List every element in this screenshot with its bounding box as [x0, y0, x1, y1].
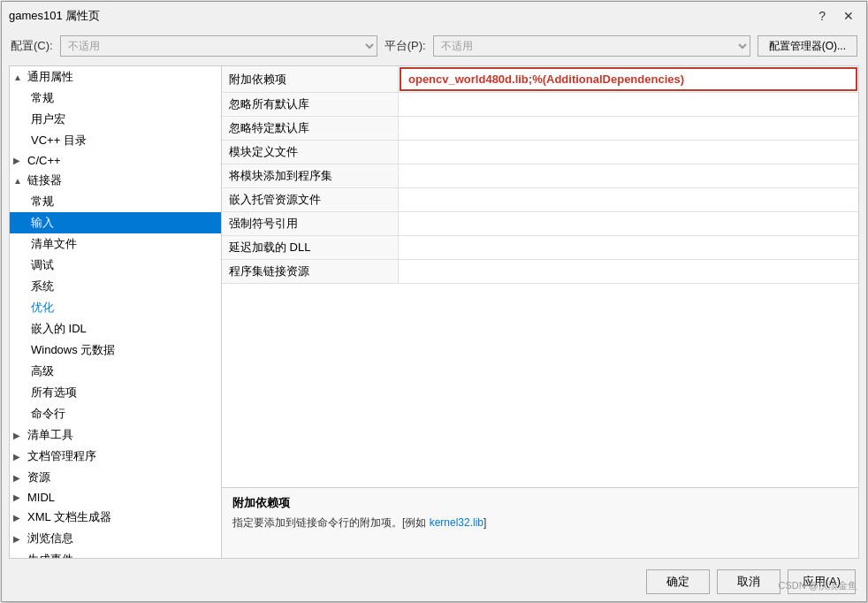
cancel-button[interactable]: 取消 — [717, 569, 780, 594]
config-label: 配置(C): — [11, 38, 53, 54]
expand-icon: ▶ — [13, 431, 24, 440]
right-panel: 附加依赖项 opencv_world480d.lib;%(AdditionalD… — [222, 66, 858, 558]
tree-item-label: C/C++ — [27, 154, 61, 167]
tree-item-label: 常规 — [31, 194, 54, 210]
tree-item-label: 资源 — [27, 469, 50, 485]
prop-row-force-symbol-ref: 强制符号引用 — [222, 212, 858, 236]
ok-button[interactable]: 确定 — [646, 569, 710, 594]
main-content: ▲ 通用属性 常规 用户宏 VC++ 目录 ▶ C/C++ ▲ — [9, 65, 859, 559]
expand-icon: ▶ — [13, 452, 24, 462]
platform-select[interactable]: 不适用 — [433, 35, 750, 57]
expand-icon: ▶ — [13, 156, 24, 165]
tree-item-label: 输入 — [31, 215, 54, 231]
prop-name-embed-managed-resource: 嵌入托管资源文件 — [222, 188, 399, 211]
prop-row-ignore-specific-libs: 忽略特定默认库 — [222, 117, 858, 141]
tree-item-label: 命令行 — [31, 406, 65, 422]
prop-row-additional-deps: 附加依赖项 opencv_world480d.lib;%(AdditionalD… — [222, 66, 858, 93]
close-button[interactable]: ✕ — [838, 7, 859, 25]
config-manager-button[interactable]: 配置管理器(O)... — [758, 35, 857, 57]
tree-item-label: 所有选项 — [31, 385, 77, 401]
watermark: CSDN @沃淡金鱼 — [779, 579, 857, 592]
tree-item-label: 文档管理程序 — [27, 448, 96, 464]
tree-item-label: 清单文件 — [31, 236, 77, 252]
expand-icon: ▶ — [13, 534, 24, 544]
prop-value-assembly-link-resource[interactable] — [399, 260, 858, 283]
expand-icon: ▲ — [13, 73, 24, 82]
left-panel: ▲ 通用属性 常规 用户宏 VC++ 目录 ▶ C/C++ ▲ — [10, 66, 222, 558]
tree-item-resources[interactable]: ▶ 资源 — [10, 467, 221, 488]
props-table: 附加依赖项 opencv_world480d.lib;%(AdditionalD… — [222, 66, 858, 487]
tree-item-label: 浏览信息 — [27, 530, 73, 546]
tree-item-vc-dirs[interactable]: VC++ 目录 — [10, 130, 221, 151]
bottom-bar: 确定 取消 应用(A) — [2, 562, 866, 601]
title-bar-controls: ? ✕ — [813, 7, 859, 25]
tree-item-label: MIDL — [27, 491, 55, 504]
tree-item-label: 嵌入的 IDL — [31, 321, 87, 337]
tree-item-browser-info[interactable]: ▶ 浏览信息 — [10, 528, 221, 549]
expand-icon: ▶ — [13, 473, 24, 483]
prop-row-module-def: 模块定义文件 — [222, 141, 858, 164]
tree-item-label: 调试 — [31, 257, 54, 273]
tree-item-cpp[interactable]: ▶ C/C++ — [10, 151, 221, 170]
tree-item-linker[interactable]: ▲ 链接器 — [10, 170, 221, 191]
prop-name-additional-deps: 附加依赖项 — [222, 66, 399, 92]
expand-icon: ▶ — [13, 555, 24, 559]
tree-item-linker-manifest[interactable]: 清单文件 — [10, 233, 221, 255]
example-link[interactable]: kernel32.lib — [430, 516, 483, 529]
tree-item-label: 生成事件 — [27, 552, 73, 558]
tree-item-linker-windows-meta[interactable]: Windows 元数据 — [10, 340, 221, 361]
prop-value-module-def[interactable] — [399, 141, 858, 164]
tree-item-manifest-tool[interactable]: ▶ 清单工具 — [10, 424, 221, 446]
tree-item-label: 清单工具 — [27, 427, 73, 443]
tree-item-xml-gen[interactable]: ▶ XML 文档生成器 — [10, 507, 221, 528]
tree-item-label: 常规 — [31, 90, 54, 106]
tree-item-linker-system[interactable]: 系统 — [10, 276, 221, 297]
tree-item-label: XML 文档生成器 — [27, 509, 111, 525]
tree-item-label: 通用属性 — [27, 69, 73, 85]
prop-value-add-module-to-assembly[interactable] — [399, 164, 858, 187]
prop-row-add-module-to-assembly: 将模块添加到程序集 — [222, 164, 858, 188]
tree-item-linker-all-options[interactable]: 所有选项 — [10, 382, 221, 403]
prop-value-force-symbol-ref[interactable] — [399, 212, 858, 235]
tree-item-linker-optimize[interactable]: 优化 — [10, 297, 221, 318]
tree-item-label: 系统 — [31, 279, 54, 294]
prop-name-delay-load-dll: 延迟加载的 DLL — [222, 236, 399, 259]
tree-item-midl[interactable]: ▶ MIDL — [10, 488, 221, 507]
info-title: 附加依赖项 — [232, 495, 848, 511]
tree-item-label: 用户宏 — [31, 111, 65, 127]
prop-value-ignore-all-libs[interactable] — [399, 93, 858, 116]
prop-value-delay-load-dll[interactable] — [399, 236, 858, 259]
prop-name-module-def: 模块定义文件 — [222, 141, 399, 164]
tree-item-linker-idl[interactable]: 嵌入的 IDL — [10, 318, 221, 340]
tree-item-linker-input[interactable]: 输入 — [10, 212, 221, 233]
tree-item-linker-general[interactable]: 常规 — [10, 191, 221, 212]
prop-value-embed-managed-resource[interactable] — [399, 188, 858, 211]
tree-item-doc-manager[interactable]: ▶ 文档管理程序 — [10, 446, 221, 467]
tree-item-build-events[interactable]: ▶ 生成事件 — [10, 549, 221, 558]
expand-icon: ▲ — [13, 176, 24, 186]
help-button[interactable]: ? — [813, 7, 831, 25]
tree-item-label: 链接器 — [27, 172, 62, 188]
prop-name-ignore-all-libs: 忽略所有默认库 — [222, 93, 399, 116]
tree-item-general-props[interactable]: ▲ 通用属性 — [10, 66, 221, 88]
tree-item-user-macros[interactable]: 用户宏 — [10, 109, 221, 130]
tree-item-label: 优化 — [31, 300, 54, 316]
config-select[interactable]: 不适用 — [60, 35, 377, 57]
info-description: 指定要添加到链接命令行的附加项。[例如 kernel32.lib] — [232, 515, 848, 530]
tree-item-label: VC++ 目录 — [31, 133, 87, 149]
prop-value-additional-deps[interactable]: opencv_world480d.lib;%(AdditionalDepende… — [400, 67, 857, 91]
tree-item-linker-advanced[interactable]: 高级 — [10, 361, 221, 382]
tree-item-linker-cmdline[interactable]: 命令行 — [10, 403, 221, 424]
expand-icon: ▶ — [13, 492, 24, 502]
prop-value-ignore-specific-libs[interactable] — [399, 117, 858, 140]
prop-row-delay-load-dll: 延迟加载的 DLL — [222, 236, 858, 260]
config-bar: 配置(C): 不适用 平台(P): 不适用 配置管理器(O)... — [2, 30, 866, 62]
platform-label: 平台(P): — [385, 38, 426, 54]
tree-item-general[interactable]: 常规 — [10, 88, 221, 109]
prop-name-ignore-specific-libs: 忽略特定默认库 — [222, 117, 399, 140]
tree-item-label: Windows 元数据 — [31, 342, 115, 358]
properties-dialog: games101 属性页 ? ✕ 配置(C): 不适用 平台(P): 不适用 配… — [1, 1, 867, 602]
tree-item-label: 高级 — [31, 363, 54, 379]
prop-row-assembly-link-resource: 程序集链接资源 — [222, 260, 858, 284]
tree-item-linker-debug[interactable]: 调试 — [10, 255, 221, 276]
